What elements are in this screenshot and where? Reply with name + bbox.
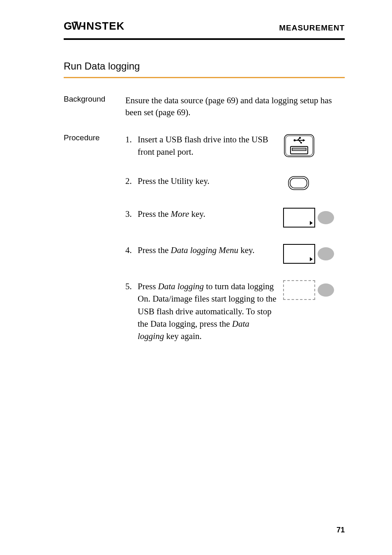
step-3-body: Press the More key. [138, 208, 277, 220]
step-1-text: 1. Insert a USB flash drive into the USB… [125, 133, 283, 158]
step-1-body: Insert a USB flash drive into the USB fr… [138, 133, 277, 158]
procedure-step-4: 4. Press the Data logging Menu key. [125, 244, 345, 264]
procedure-step-2: 2. Press the Utility key. [125, 175, 345, 191]
step-5-icon-col [283, 280, 345, 300]
step-5-italic1: Data logging [158, 281, 204, 291]
svg-rect-11 [299, 137, 301, 139]
step-5-text: 5. Press Data logging to turn data loggi… [125, 280, 283, 343]
step-4-body: Press the Data logging Menu key. [138, 244, 277, 256]
softkey-button-icon [318, 247, 334, 260]
step-4-after: key. [238, 245, 254, 255]
softkey-datalogging-menu-box [283, 244, 315, 264]
step-5-after: key again. [164, 331, 202, 341]
procedure-row: Procedure 1. Insert a USB flash drive in… [64, 133, 345, 359]
page-header: G W INSTEK MEASUREMENT [64, 21, 345, 40]
step-3-after: key. [189, 209, 205, 219]
section-title: Run Data logging [64, 60, 345, 78]
step-5-body: Press Data logging to turn data logging … [138, 280, 277, 343]
step-2-body: Press the Utility key. [138, 175, 277, 187]
step-3-italic: More [171, 209, 189, 219]
softkey-datalogging-group [283, 280, 334, 300]
page-number: 71 [337, 526, 345, 534]
step-2-number: 2. [125, 175, 138, 187]
utility-key-icon [287, 175, 310, 191]
softkey-datalogging-menu-group [283, 244, 334, 264]
svg-rect-14 [291, 146, 308, 154]
usb-port-icon [283, 133, 315, 158]
step-4-icon-col [283, 244, 345, 264]
step-3-before: Press the [138, 209, 171, 219]
procedure-label: Procedure [64, 133, 125, 359]
header-section-title: MEASUREMENT [279, 23, 345, 33]
brand-logo: G W INSTEK [64, 21, 129, 35]
step-4-text: 4. Press the Data logging Menu key. [125, 244, 283, 256]
step-2-text: 2. Press the Utility key. [125, 175, 283, 187]
step-2-icon-col [283, 175, 345, 191]
softkey-arrow-icon [310, 221, 313, 225]
softkey-more-box [283, 208, 315, 228]
background-text: Ensure the data source (page 69) and dat… [125, 95, 345, 119]
svg-rect-17 [288, 176, 309, 190]
step-3-number: 3. [125, 208, 138, 220]
step-5-before: Press [138, 281, 158, 291]
softkey-button-icon [318, 211, 334, 224]
softkey-arrow-icon [310, 257, 313, 261]
svg-text:G: G [64, 21, 72, 32]
step-4-italic: Data logging Menu [171, 245, 238, 255]
step-5-number: 5. [125, 280, 138, 343]
step-3-text: 3. Press the More key. [125, 208, 283, 220]
softkey-datalogging-box [283, 280, 315, 300]
step-4-number: 4. [125, 244, 138, 256]
procedure-content: 1. Insert a USB flash drive into the USB… [125, 133, 345, 359]
svg-marker-9 [303, 139, 305, 142]
background-row: Background Ensure the data source (page … [64, 95, 345, 119]
procedure-step-5: 5. Press Data logging to turn data loggi… [125, 280, 345, 343]
step-3-icon-col [283, 208, 345, 228]
procedure-step-1: 1. Insert a USB flash drive into the USB… [125, 133, 345, 158]
svg-text:INSTEK: INSTEK [83, 21, 125, 32]
step-4-before: Press the [138, 245, 171, 255]
procedure-step-3: 3. Press the More key. [125, 208, 345, 228]
step-1-icon-col [283, 133, 345, 158]
background-label: Background [64, 95, 125, 119]
step-1-number: 1. [125, 133, 138, 158]
softkey-button-icon [318, 283, 334, 297]
softkey-more-group [283, 208, 334, 228]
svg-point-13 [300, 142, 302, 144]
svg-rect-18 [290, 178, 307, 188]
